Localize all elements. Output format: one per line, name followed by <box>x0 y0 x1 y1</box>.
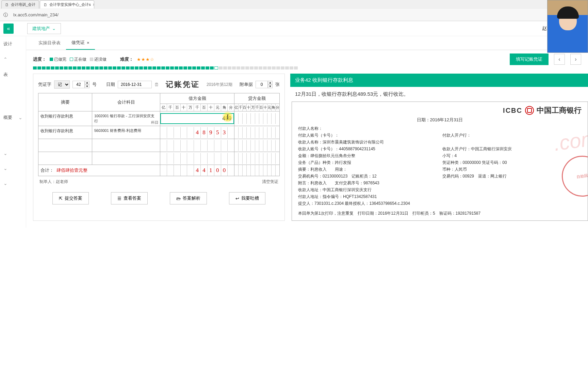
voucher-word-label: 凭证字 <box>38 81 51 88</box>
reply-icon: ↩ <box>235 196 239 201</box>
bank-receipt: .com ICBC 中国工商银行 日期：2016年12月31日 付款人名称： 付… <box>292 102 588 221</box>
total-label: 合计： <box>40 168 54 173</box>
account-cell[interactable]: 1002001 银行存款 - 工行深圳安庆支行 科目 <box>92 111 160 126</box>
submit-answer-button[interactable]: ⇱提交答案 <box>52 192 89 204</box>
external-link-icon: ⇱ <box>59 196 63 201</box>
tab-title: 会计培训_会计 <box>11 2 35 7</box>
chevron-down-icon: ⌄ <box>52 26 56 31</box>
spin-down-icon[interactable]: ▼ <box>85 85 89 88</box>
voucher-row <box>38 152 280 165</box>
browser-tab-0[interactable]: 🗋 会计培训_会计 <box>1 0 39 9</box>
view-answer-button[interactable]: ☰查看答案 <box>111 192 148 204</box>
collapse-sidebar-button[interactable]: « <box>3 24 14 34</box>
calendar-icon[interactable]: 🗓 <box>154 82 159 87</box>
spin-up-icon[interactable]: ▲ <box>268 81 273 85</box>
difficulty-label: 难度： <box>120 56 133 62</box>
chevron-up-icon: ⌃ <box>3 57 7 62</box>
attach-label: 附单据 <box>240 81 253 88</box>
num-suffix: 号 <box>92 81 97 88</box>
account-cell[interactable]: 5603001 财务费用-利息费用 <box>92 126 160 139</box>
voucher-title: 记账凭证 <box>166 79 200 90</box>
bank-brand-cn: 中国工商银行 <box>537 105 582 116</box>
webcam-overlay <box>547 0 588 53</box>
legend-done: 已做完 <box>50 57 66 62</box>
biz-category-select[interactable]: 建筑地产 ⌄ <box>27 23 61 34</box>
voucher-row: 收到银行存款利息 5603001 财务费用-利息费用 48953 <box>38 126 280 139</box>
doc-tabs: 实操目录表 做凭证 × <box>26 36 588 50</box>
clear-voucher-link[interactable]: 清空凭证 <box>262 179 278 185</box>
sidebar-item-7[interactable]: ⌄ <box>0 176 26 191</box>
app-header: « 建筑地产 ⌄ 赵老师 (SVIP会员) <box>0 21 588 36</box>
voucher-panel: 凭证字 记 ▲▼ 号 日期 🗓 记账凭证 2016年第12期 附单据 <box>33 74 285 221</box>
right-panel: 业务42 收到银行存款利息 12月31日，收银行存款利息489.53元，银行收讫… <box>290 74 588 221</box>
debit-amount-input[interactable] <box>160 113 234 124</box>
spin-up-icon[interactable]: ▲ <box>85 81 89 85</box>
info-icon[interactable]: ⓘ <box>3 12 8 18</box>
explain-answer-button[interactable]: 🗁答案解析 <box>170 192 207 204</box>
sidebar-item-4[interactable]: 概要⌄ <box>0 110 26 125</box>
browser-tab-1[interactable]: 🗋 会计学堂实操中心_会计s × <box>40 0 94 9</box>
bank-brand-en: ICBC <box>503 107 522 114</box>
voucher-period: 2016年第12期 <box>207 82 232 88</box>
sidebar-item-5[interactable]: ⌄ <box>0 146 26 161</box>
sidebar-item-6[interactable]: ⌄ <box>0 161 26 176</box>
folder-icon: 🗁 <box>176 196 181 201</box>
summary-cell[interactable]: 收到银行存款利息 <box>38 111 92 126</box>
sidebar: 设计 ⌃ 表 概要⌄ ⌄ ⌄ ⌄ <box>0 36 26 228</box>
browser-chrome: 🗋 会计培训_会计 🗋 会计学堂实操中心_会计s × ⓘ lx.acc5.com… <box>0 0 588 21</box>
spin-down-icon[interactable]: ▼ <box>268 85 273 88</box>
sidebar-item-0[interactable]: 设计 <box>0 36 26 52</box>
col-account: 会计科目 <box>92 93 160 111</box>
legend-todo: 还没做 <box>90 57 107 62</box>
sidebar-item-1[interactable]: ⌃ <box>0 52 26 67</box>
attach-count-input[interactable] <box>256 81 268 88</box>
col-credit: 贷方金额 <box>234 93 280 104</box>
sidebar-item-2[interactable]: 表 <box>0 67 26 82</box>
list-icon: ☰ <box>117 196 121 201</box>
url-field[interactable]: lx.acc5.com/main_234/ <box>11 11 283 19</box>
task-header: 业务42 收到银行存款利息 <box>290 74 588 87</box>
summary-cell[interactable]: 收到银行存款利息 <box>38 126 92 139</box>
difficulty-stars: ★★★☆ <box>137 57 154 62</box>
biz-category-label: 建筑地产 <box>32 26 50 32</box>
receipt-date: 日期：2016年12月31日 <box>298 116 582 126</box>
legend-doing: 正在做 <box>70 57 86 62</box>
next-button[interactable]: › <box>570 54 581 65</box>
fill-voucher-button[interactable]: 填写记账凭证 <box>510 53 549 65</box>
chevron-down-icon: ⌄ <box>3 181 7 186</box>
chevron-down-icon: ⌄ <box>18 115 22 120</box>
task-description: 12月31日，收银行存款利息489.53元，银行收讫。 <box>290 87 588 102</box>
progress-bar[interactable] <box>26 66 588 72</box>
close-icon[interactable]: × <box>93 2 94 7</box>
progress-label: 进度： <box>33 56 46 62</box>
icbc-logo-icon <box>525 106 534 115</box>
debit-amount-input-cell[interactable]: I <box>160 111 234 126</box>
chevron-down-icon: ⌄ <box>3 166 7 171</box>
receipt-footer: 本回单为第1次打印，注意重复 打印日期：2016年12月31日 打印柜员：5 验… <box>298 206 582 216</box>
maker-info: 制单人：赵老师 <box>39 179 68 185</box>
voucher-word-select[interactable]: 记 <box>54 80 70 89</box>
voucher-table: 摘要 会计科目 借方金额 贷方金额 亿千百十万千百十元角分 亿千百十万千百十元角… <box>38 93 280 176</box>
page-icon: 🗋 <box>5 3 9 7</box>
close-icon[interactable]: × <box>87 40 89 45</box>
receipt-fields: 付款人名称： 付款人账号（卡号）： 付款人开户行： 收款人名称：深圳市晨美建筑装… <box>298 126 582 206</box>
col-debit: 借方金额 <box>160 93 234 104</box>
voucher-date-input[interactable] <box>118 81 152 88</box>
main-content: 实操目录表 做凭证 × 进度： 已做完 正在做 还没做 难度： ★★★☆ 填写记… <box>26 36 588 228</box>
voucher-row: 收到银行存款利息 1002001 银行存款 - 工行深圳安庆支行 科目 I <box>38 111 280 126</box>
tab-voucher[interactable]: 做凭证 × <box>66 36 95 50</box>
voucher-row <box>38 139 280 152</box>
prev-button[interactable]: ‹ <box>554 54 565 65</box>
feedback-button[interactable]: ↩我要吐槽 <box>229 192 265 204</box>
total-chinese: 肆佰肆拾壹元整 <box>55 168 87 173</box>
page-icon: 🗋 <box>44 3 47 7</box>
tab-title: 会计学堂实操中心_会计s <box>49 2 91 7</box>
date-label: 日期 <box>106 81 115 88</box>
voucher-total-row: 合计： 肆佰肆拾壹元整 44100 <box>38 165 280 176</box>
attach-unit: 张 <box>275 81 280 88</box>
chevron-down-icon: ⌄ <box>3 151 7 156</box>
tab-catalog[interactable]: 实操目录表 <box>33 36 66 50</box>
col-summary: 摘要 <box>38 93 92 111</box>
voucher-number-input[interactable] <box>72 81 85 88</box>
